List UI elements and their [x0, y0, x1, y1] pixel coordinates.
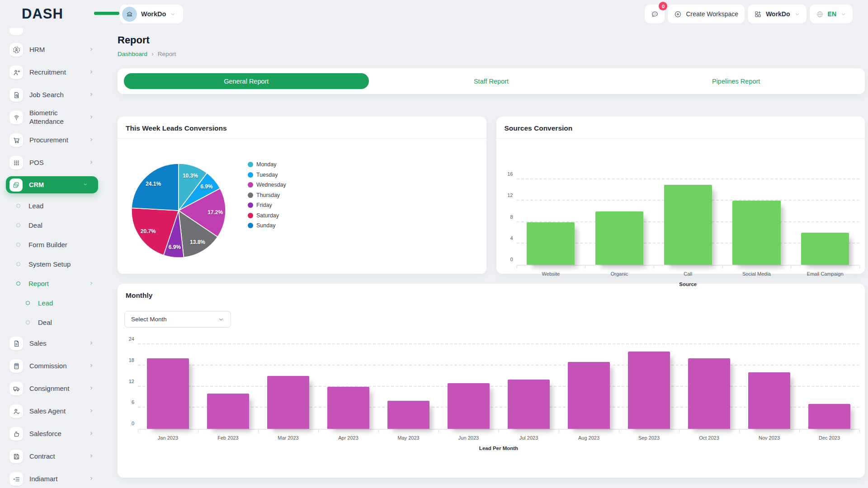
sidebar-item-label: Contract [29, 452, 55, 461]
sidebar-item-pos[interactable]: POS [0, 151, 104, 174]
sidebar-item-recruitment[interactable]: Recruitment [0, 61, 104, 84]
legend-item-monday[interactable]: Monday [248, 161, 286, 168]
sidebar-item-label: Procurement [29, 136, 68, 145]
sources-bar-chart: 0481216WebsiteOrganicCallSocial MediaEma… [496, 160, 865, 287]
bullet-icon [26, 320, 30, 324]
chevron-down-icon [840, 11, 846, 17]
x-axis-category-label: Dec 2023 [799, 435, 859, 441]
sidebar-item-job-search[interactable]: Job Search [0, 84, 104, 106]
x-axis-category-label: Apr 2023 [318, 435, 378, 441]
x-axis-category-label: Feb 2023 [198, 435, 258, 441]
messages-button[interactable]: 0 [645, 5, 665, 23]
create-workspace-button[interactable]: Create Workspace [668, 5, 745, 23]
chevron-right-icon [89, 339, 94, 347]
bar-may-2023 [387, 401, 429, 429]
sidebar-item-salesforce[interactable]: Salesforce [0, 422, 104, 445]
sales-icon [9, 337, 23, 350]
workspace-switcher[interactable]: WorkDo [120, 5, 183, 23]
legend-item-sunday[interactable]: Sunday [248, 222, 286, 229]
plus-circle-icon [674, 10, 682, 18]
sidebar-subitem-report[interactable]: Report [0, 274, 104, 293]
x-axis-category-label: Oct 2023 [679, 435, 739, 441]
language-selector[interactable]: EN [810, 5, 853, 23]
y-axis-tick-label: 4 [499, 235, 513, 241]
grid-plus-icon [754, 10, 762, 18]
sidebar-item-label: Commission [29, 362, 67, 371]
leads-pie-chart: 10.3%6.9%17.2%13.8%6.9%20.7%24.1% [122, 154, 235, 267]
sidebar-item-sales-agent[interactable]: Sales Agent [0, 400, 104, 422]
legend-label: Friday [256, 202, 272, 208]
bullet-icon [16, 223, 20, 227]
bar-call [664, 185, 712, 265]
sidebar-subitem-lead[interactable]: Lead [0, 196, 104, 216]
sidebar-item-crm[interactable]: CRM [6, 176, 98, 193]
chevron-right-icon [89, 452, 94, 460]
sidebar-item-label: Biometric Attendance [29, 109, 83, 126]
procurement-icon [9, 133, 23, 147]
sidebar-subitem-label: Report [28, 280, 49, 287]
sidebar-subitem-system-setup[interactable]: System Setup [0, 254, 104, 274]
logo-accent-bar [94, 12, 119, 15]
sidebar-item-hrm[interactable]: HRM [0, 38, 104, 61]
chevron-right-icon [89, 46, 94, 54]
legend-label: Saturday [256, 212, 279, 219]
sidebar-item-label: POS [29, 159, 44, 167]
tab-pipelines-report[interactable]: Pipelines Report [613, 73, 859, 89]
bullet-icon [26, 301, 30, 305]
pie-slice-value-label: 20.7% [141, 228, 156, 235]
sidebar-item-label: Indiamart [29, 475, 58, 483]
chevron-right-icon [89, 362, 94, 370]
sidebar-item-label: HRM [29, 46, 45, 54]
x-axis-category-label: Email Campaign [791, 271, 859, 277]
pos-icon [9, 156, 23, 169]
legend-item-wednesday[interactable]: Wednesday [248, 182, 286, 188]
legend-item-saturday[interactable]: Saturday [248, 212, 286, 219]
sidebar-subitem-deal[interactable]: Deal [0, 313, 104, 332]
create-workspace-label: Create Workspace [686, 10, 738, 18]
sidebar-subitem-form-builder[interactable]: Form Builder [0, 235, 104, 254]
sidebar-subitem-lead[interactable]: Lead [0, 293, 104, 313]
sidebar-item-consignment[interactable]: Consignment [0, 377, 104, 400]
sidebar-item-label: Sales Agent [29, 407, 66, 416]
x-axis-title: Source [517, 282, 860, 287]
chat-icon [651, 10, 659, 18]
select-month-label: Select Month [131, 316, 167, 323]
tab-staff-report[interactable]: Staff Report [369, 73, 614, 89]
y-axis-tick-label: 6 [120, 399, 134, 405]
bar-aug-2023 [568, 362, 610, 429]
sidebar-item-commission[interactable]: Commission [0, 355, 104, 377]
workdo-menu-button[interactable]: WorkDo [748, 5, 806, 23]
y-axis-tick-label: 24 [120, 336, 134, 342]
workspace-name: WorkDo [141, 10, 166, 18]
tab-general-report[interactable]: General Report [124, 73, 369, 89]
sidebar-subitem-deal[interactable]: Deal [0, 216, 104, 235]
breadcrumb-dashboard-link[interactable]: Dashboard [118, 51, 147, 57]
bar-website [527, 222, 575, 265]
bar-feb-2023 [207, 394, 249, 429]
sidebar-item-procurement[interactable]: Procurement [0, 129, 104, 151]
x-axis-category-label: May 2023 [378, 435, 439, 441]
sources-conversion-card: Sources Conversion 0481216WebsiteOrganic… [496, 117, 865, 274]
legend-label: Sunday [256, 222, 275, 229]
chevron-right-icon [89, 68, 94, 76]
x-axis-category-label: Social Media [722, 271, 791, 277]
sidebar-item-label: Job Search [29, 91, 64, 99]
bar-plot-area: 0481216 [517, 160, 860, 266]
report-tabs: General Report Staff Report Pipelines Re… [118, 68, 865, 94]
sidebar-item-label: Sales [29, 339, 47, 348]
select-month-dropdown[interactable]: Select Month [124, 311, 231, 328]
chevron-right-icon [89, 159, 94, 167]
chevron-down-icon [83, 181, 88, 189]
sidebar-item-indiamart[interactable]: Indiamart [0, 468, 104, 488]
legend-item-friday[interactable]: Friday [248, 202, 286, 208]
chevron-down-icon [218, 316, 224, 323]
legend-item-tuesday[interactable]: Tuesday [248, 172, 286, 178]
sidebar-item-sales[interactable]: Sales [0, 332, 104, 355]
sidebar-item-contract[interactable]: Contract [0, 445, 104, 468]
legend-dot-icon [248, 182, 253, 188]
legend-item-thursday[interactable]: Thursday [248, 192, 286, 198]
chevron-right-icon [89, 113, 94, 122]
legend-label: Tuesday [256, 172, 278, 178]
y-axis-tick-label: 0 [499, 257, 513, 262]
sidebar-item-biometric-attendance[interactable]: Biometric Attendance [0, 106, 104, 129]
